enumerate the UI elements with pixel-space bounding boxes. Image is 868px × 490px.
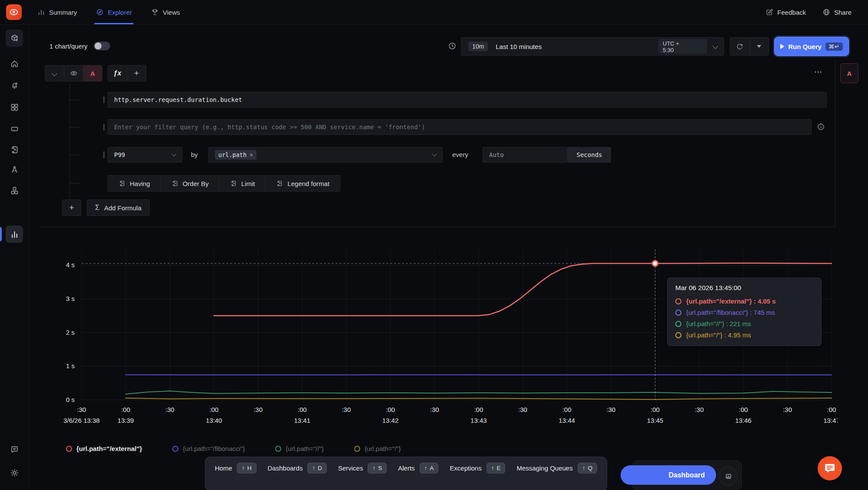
- run-query-label: Run Query: [788, 43, 822, 50]
- up-arrow-icon: ↑: [491, 465, 494, 471]
- refresh-button[interactable]: [730, 38, 750, 55]
- svg-text:13:44: 13:44: [559, 417, 575, 424]
- command-item-alerts[interactable]: Alerts ↑A: [398, 463, 438, 474]
- query-letter-button[interactable]: A: [83, 65, 102, 81]
- tab-summary[interactable]: Summary: [37, 0, 77, 24]
- sidebar-item-home[interactable]: [6, 55, 23, 72]
- drag-handle[interactable]: [103, 96, 105, 103]
- having-button[interactable]: Having: [108, 176, 161, 191]
- svg-text::00: :00: [298, 406, 307, 413]
- app-logo[interactable]: [6, 4, 22, 20]
- chart-legend: {url.path="/external"} {url.path="/fibon…: [66, 445, 401, 452]
- sidebar-item-logs[interactable]: [6, 141, 23, 158]
- chat-bubble-icon: [824, 462, 836, 474]
- up-arrow-icon: ↑: [582, 465, 585, 471]
- limit-button[interactable]: Limit: [219, 176, 266, 191]
- svg-text:3 s: 3 s: [66, 295, 75, 302]
- query-options-menu[interactable]: ⋯: [814, 67, 823, 77]
- tooltip-row: {url.path="/"} : 4.95 ms: [675, 331, 813, 339]
- sidebar-item-settings[interactable]: [6, 464, 23, 481]
- app-root: Summary Explorer Views Fee: [0, 0, 868, 490]
- run-query-button[interactable]: Run Query ⌘↵: [774, 37, 849, 56]
- svg-text:2 s: 2 s: [66, 329, 75, 336]
- sidebar-item-messaging-queues[interactable]: [6, 182, 23, 199]
- drag-handle[interactable]: [103, 124, 105, 131]
- svg-text:4 s: 4 s: [66, 261, 75, 268]
- package-plus-icon: [10, 34, 19, 43]
- add-formula-button[interactable]: Σ Add Formula: [87, 199, 150, 216]
- series-marker-icon: [66, 446, 72, 452]
- tooltip-row-text: {url.path="/external"} : 4.05 s: [686, 297, 776, 305]
- metric-input[interactable]: [108, 92, 827, 108]
- sidebar-item-alerts[interactable]: [6, 77, 23, 94]
- sidebar-item-traces[interactable]: [6, 161, 23, 178]
- info-icon[interactable]: [817, 123, 825, 131]
- remove-tag-icon[interactable]: ×: [250, 151, 253, 158]
- svg-text::00: :00: [827, 406, 836, 413]
- tree-connector: [69, 100, 81, 100]
- option-label: Order By: [183, 180, 209, 187]
- share-button[interactable]: Share: [822, 8, 852, 16]
- tree-connector: [69, 127, 81, 127]
- order-by-button[interactable]: Order By: [161, 176, 219, 191]
- add-query-button[interactable]: +: [127, 65, 146, 81]
- tab-explorer[interactable]: Explorer: [96, 0, 132, 24]
- sidebar-item-get-started[interactable]: [6, 29, 23, 47]
- series-marker-icon: [675, 321, 681, 327]
- gear-icon: [10, 468, 19, 477]
- feedback-button[interactable]: Feedback: [766, 8, 806, 16]
- aggregation-select[interactable]: P99: [108, 147, 182, 163]
- scroll-icon: [230, 180, 237, 187]
- sidebar-item-services[interactable]: [6, 120, 23, 137]
- toggle-visibility-button[interactable]: [64, 65, 83, 81]
- refresh-interval-dropdown[interactable]: [750, 38, 769, 55]
- scroll-icon: [171, 180, 178, 187]
- sidebar-item-metrics[interactable]: [6, 225, 23, 243]
- legend-item[interactable]: {url.path="/external"}: [66, 445, 142, 452]
- collapse-query-button[interactable]: [45, 65, 64, 81]
- tab-views[interactable]: Views: [151, 0, 180, 24]
- trophy-icon: [151, 8, 159, 16]
- add-to-dashboard-button[interactable]: Dashboard: [621, 465, 716, 485]
- group-by-tag: url.path ×: [215, 150, 256, 160]
- active-nav-indicator: [0, 227, 2, 241]
- drag-handle[interactable]: [103, 151, 105, 158]
- sidebar-item-dashboards[interactable]: [6, 98, 23, 116]
- legend-item[interactable]: {url.path="/"}: [354, 445, 401, 452]
- legend-item[interactable]: {url.path="//"}: [275, 445, 324, 452]
- option-label: Limit: [241, 180, 255, 187]
- interval-unit-select[interactable]: Seconds: [568, 147, 611, 163]
- command-item-home[interactable]: Home ↑H: [215, 463, 256, 474]
- shortcut-badge: ↑Q: [578, 463, 597, 474]
- play-icon: [780, 44, 784, 49]
- command-item-services[interactable]: Services ↑S: [338, 463, 387, 474]
- top-nav: Summary Explorer Views Fee: [0, 0, 868, 25]
- feedback-label: Feedback: [777, 9, 806, 16]
- legend-format-button[interactable]: Legend format: [265, 176, 340, 191]
- command-item-messaging-queues[interactable]: Messaging Queues ↑Q: [516, 463, 597, 474]
- sidebar-item-support[interactable]: [6, 441, 23, 458]
- add-formula-label: Add Formula: [104, 204, 141, 212]
- support-chat-button[interactable]: [818, 456, 842, 480]
- option-label: Having: [130, 180, 150, 187]
- timezone-display[interactable]: UTC + 5:30: [658, 39, 707, 54]
- tooltip-row: {url.path="/external"} : 4.05 s: [675, 297, 813, 305]
- svg-text:13:39: 13:39: [118, 417, 134, 424]
- server-icon: [10, 124, 19, 134]
- command-item-dashboards[interactable]: Dashboards ↑D: [268, 463, 327, 474]
- shortcut-hint-button[interactable]: [719, 467, 738, 486]
- filter-query-input[interactable]: [108, 119, 812, 135]
- tab-label: Summary: [49, 9, 77, 16]
- interval-input[interactable]: Auto: [483, 147, 568, 163]
- function-button[interactable]: ƒx: [108, 65, 127, 81]
- section-divider: [40, 227, 835, 227]
- chart-query-toggle[interactable]: [94, 42, 110, 50]
- legend-item[interactable]: {url.path="/fibonacci"}: [172, 445, 245, 452]
- time-range-picker[interactable]: 10m Last 10 minutes UTC + 5:30: [461, 37, 724, 56]
- query-rail-badge[interactable]: A: [840, 63, 858, 83]
- group-by-select[interactable]: url.path ×: [208, 147, 443, 163]
- tooltip-row-text: {url.path="/"} : 4.95 ms: [686, 331, 751, 339]
- add-query-row-button[interactable]: +: [62, 199, 81, 216]
- command-item-exceptions[interactable]: Exceptions ↑E: [450, 463, 505, 474]
- grid-icon: [10, 103, 19, 112]
